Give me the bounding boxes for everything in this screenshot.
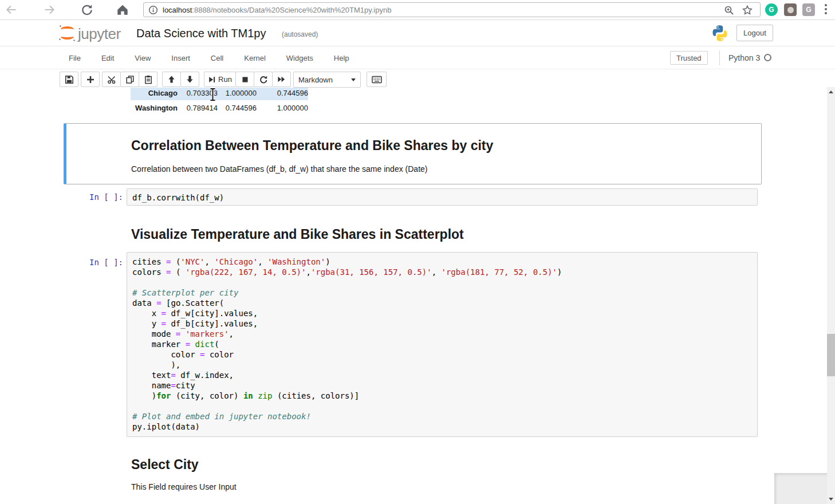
logout-button[interactable]: Logout [736, 25, 773, 41]
section-heading[interactable]: Select City [131, 456, 199, 472]
jupyter-logo-text[interactable]: jupyter [78, 25, 121, 43]
background-panel [774, 473, 827, 504]
back-icon[interactable] [5, 3, 18, 17]
cell-prompt: In [ ]: [64, 258, 123, 267]
scrollbar-down-icon[interactable] [829, 498, 833, 501]
url-text[interactable]: localhost:8888/notebooks/Data%20Science%… [163, 6, 391, 14]
table-row: Washington 0.789414 0.744596 1.000000 [131, 100, 308, 115]
step-forward-icon [208, 76, 216, 84]
extension-g-icon[interactable]: G [802, 3, 815, 16]
restart-run-all-button[interactable] [272, 72, 291, 87]
code-line: marker = dict( [132, 339, 757, 349]
jupyter-header: jupyter Data Science with TM1py (autosav… [0, 21, 835, 46]
menu-item-insert[interactable]: Insert [171, 54, 190, 62]
table-row: Chicago 0.703303 1.000000 0.744596 [131, 88, 308, 100]
forward-icon[interactable] [42, 3, 56, 17]
autosave-status: (autosaved) [282, 30, 318, 38]
code-line: ), [132, 360, 757, 370]
restart-kernel-button[interactable] [254, 72, 273, 87]
copy-icon [125, 75, 135, 84]
code-line: py.iplot(data) [132, 422, 757, 432]
add-cell-button[interactable] [81, 72, 100, 87]
menu-item-edit[interactable]: Edit [101, 54, 114, 62]
scrollbar-thumb[interactable] [827, 334, 835, 376]
code-line: colors = ( 'rgba(222, 167, 14, 0.5)','rg… [132, 267, 757, 277]
move-cell-down-button[interactable] [180, 72, 199, 87]
row-label: Chicago [131, 89, 178, 97]
restart-icon [259, 75, 268, 84]
code-input[interactable]: cities = ('NYC', 'Chicago', 'Washington'… [127, 252, 758, 437]
menu-item-view[interactable]: View [135, 54, 151, 62]
code-line [132, 277, 757, 288]
markdown-cell-selected[interactable]: Correlation Between Temperature and Bike… [64, 123, 762, 184]
code-line: cities = ('NYC', 'Chicago', 'Washington'… [132, 257, 757, 267]
chevron-down-icon [351, 78, 356, 81]
section-heading: Correlation Between Temperature and Bike… [131, 137, 761, 153]
scrollbar-track[interactable] [827, 87, 835, 504]
dataframe-table: Chicago 0.703303 1.000000 0.744596 Washi… [131, 88, 308, 115]
code-input[interactable]: df_b.corrwith(df_w) [127, 188, 758, 206]
scissors-icon [107, 75, 116, 84]
trusted-badge[interactable]: Trusted [670, 51, 708, 65]
section-heading[interactable]: Visualize Temperature and Bike Shares in… [131, 226, 464, 242]
code-line: mode = 'markers', [132, 329, 757, 339]
cut-cell-button[interactable] [102, 72, 121, 87]
cell-type-value: Markdown [298, 76, 333, 84]
interrupt-kernel-button[interactable] [235, 72, 254, 87]
kernel-name: Python 3 [728, 53, 760, 62]
code-line: # Scatterplot per city [132, 288, 757, 298]
site-info-icon[interactable] [148, 5, 158, 15]
notebook-area: Chicago 0.703303 1.000000 0.744596 Washi… [0, 88, 827, 504]
menu-item-widgets[interactable]: Widgets [286, 54, 313, 62]
keyboard-icon [372, 76, 382, 84]
code-line: y = df_b[city].values, [132, 318, 757, 329]
arrow-up-icon [167, 75, 176, 84]
stop-icon [241, 76, 249, 84]
run-button-label: Run [218, 75, 232, 84]
menu-item-file[interactable]: File [69, 54, 81, 62]
bookmark-star-icon[interactable] [742, 5, 753, 16]
browser-menu-icon[interactable] [825, 4, 827, 16]
run-button[interactable]: Run [204, 72, 236, 87]
menu-item-cell[interactable]: Cell [211, 54, 223, 62]
browser-window: localhost:8888/notebooks/Data%20Science%… [0, 0, 835, 504]
refresh-icon[interactable] [80, 3, 94, 17]
copy-cell-button[interactable] [120, 72, 139, 87]
menu-item-help[interactable]: Help [334, 54, 349, 62]
extension-grammarly-icon[interactable]: G [765, 3, 778, 16]
command-palette-button[interactable] [367, 72, 387, 87]
section-paragraph: Correlation between two DataFrames (df_b… [131, 164, 761, 174]
home-icon[interactable] [116, 3, 129, 17]
text-cursor-icon [208, 88, 217, 101]
kernel-idle-icon [764, 54, 771, 61]
code-line [132, 401, 757, 411]
code-line: color = color [132, 349, 757, 360]
notebook-toolbar: Run Markdown [0, 69, 835, 88]
cell-value: 0.789414 [178, 104, 218, 112]
menu-item-kernel[interactable]: Kernel [244, 54, 266, 62]
cell-type-select[interactable]: Markdown [293, 72, 361, 88]
save-button[interactable] [60, 72, 78, 87]
browser-toolbar: localhost:8888/notebooks/Data%20Science%… [0, 0, 835, 20]
code-line: # Plot and embed in jupyter notebook! [132, 411, 757, 422]
section-paragraph: This Field requires User Input [131, 482, 237, 491]
notebook-title[interactable]: Data Science with TM1py [136, 27, 266, 40]
zoom-icon[interactable] [723, 5, 735, 16]
floppy-icon [65, 75, 74, 84]
divider [719, 50, 720, 65]
cell-value: 1.000000 [218, 89, 257, 97]
jupyter-logo-icon[interactable] [59, 25, 76, 42]
cell-value: 0.744596 [257, 89, 308, 97]
cell-value: 1.000000 [257, 104, 308, 112]
paste-cell-button[interactable] [139, 72, 157, 87]
notebook-menubar: File Edit View Insert Cell Kernel Widget… [0, 47, 835, 69]
extension-icon[interactable] [784, 3, 797, 16]
fast-forward-icon [277, 75, 286, 84]
plus-icon [86, 76, 94, 84]
code-line: data = [go.Scatter( [132, 298, 757, 308]
move-cell-up-button[interactable] [162, 72, 181, 87]
python-logo-icon [711, 25, 728, 42]
code-line: df_b.corrwith(df_w) [132, 192, 757, 203]
address-bar[interactable]: localhost:8888/notebooks/Data%20Science%… [143, 2, 761, 17]
scrollbar-up-icon[interactable] [829, 90, 833, 93]
